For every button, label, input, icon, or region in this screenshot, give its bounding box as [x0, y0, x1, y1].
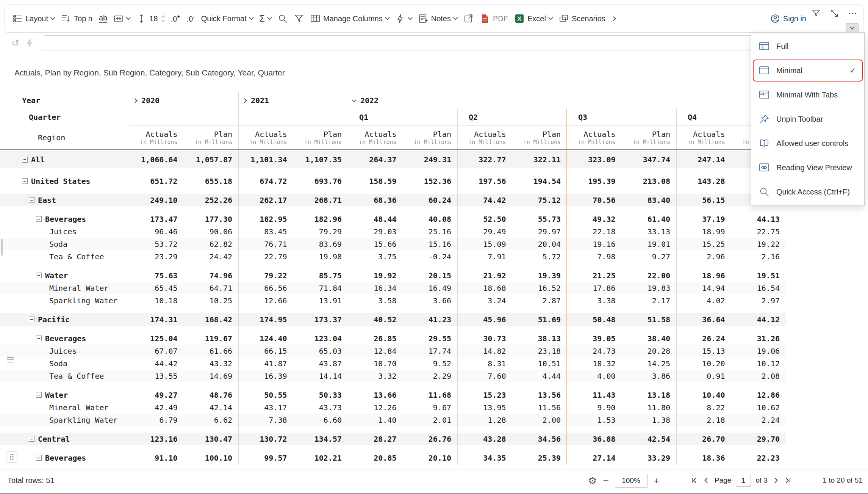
undo-icon[interactable]: ↺	[11, 38, 19, 48]
cell[interactable]: 268.71	[293, 196, 348, 205]
layout-button[interactable]: Layout	[13, 14, 55, 24]
column-width-button[interactable]	[114, 14, 130, 24]
cell[interactable]: 43.17	[238, 403, 293, 412]
cell[interactable]: 9.67	[403, 403, 458, 412]
table-row[interactable]: Soda44.4243.3241.8743.8710.709.528.3110.…	[0, 357, 786, 370]
column-header-2022-q1-plan[interactable]: Planin Millions	[403, 125, 458, 150]
table-row[interactable]: East249.10252.26262.17268.7168.3660.2474…	[0, 194, 786, 206]
cell[interactable]: 12.26	[348, 403, 403, 412]
first-page-button[interactable]	[690, 477, 698, 484]
cell[interactable]: 13.18	[622, 390, 677, 400]
cell[interactable]: 3.24	[457, 296, 512, 305]
cell[interactable]: 48.76	[184, 390, 239, 400]
cell[interactable]: 41.87	[238, 359, 293, 368]
cell[interactable]: 38.40	[622, 334, 677, 343]
cell[interactable]: 195.39	[567, 177, 622, 186]
cell[interactable]: 14.14	[293, 372, 348, 381]
cell[interactable]: 6.60	[293, 416, 348, 425]
cell[interactable]: 20.10	[403, 453, 458, 463]
cell[interactable]: 29.03	[348, 227, 403, 236]
cell[interactable]: 51.58	[622, 315, 677, 324]
cell[interactable]: 66.56	[238, 284, 293, 293]
cell[interactable]: 29.70	[731, 434, 786, 444]
table-row[interactable]: Pacific174.31168.42174.95173.3740.5241.2…	[0, 313, 786, 326]
cell[interactable]: 1,101.34	[238, 155, 293, 164]
cell[interactable]: 70.56	[567, 196, 622, 205]
cell[interactable]: 125.04	[129, 334, 184, 343]
cell[interactable]: 10.62	[731, 403, 786, 412]
cell[interactable]: 322.77	[457, 155, 512, 164]
cell[interactable]: 123.16	[129, 434, 184, 444]
scenarios-button[interactable]: Scenarios	[559, 14, 605, 24]
cell[interactable]: 100.10	[184, 453, 239, 463]
collapse-row-icon[interactable]	[22, 157, 28, 163]
cell[interactable]: 22.00	[622, 271, 677, 280]
cell[interactable]: 21.92	[457, 271, 512, 280]
cell[interactable]: 143.28	[676, 177, 731, 186]
cell[interactable]: 65.45	[129, 284, 184, 293]
cell[interactable]: 29.55	[403, 334, 458, 343]
cell[interactable]: 7.98	[567, 252, 622, 261]
cell[interactable]: 76.71	[238, 240, 293, 249]
actions-button[interactable]	[396, 14, 412, 24]
cell[interactable]: 10.20	[676, 359, 731, 368]
sign-in-button[interactable]: Sign in	[767, 13, 806, 25]
drag-grip-icon[interactable]	[7, 357, 14, 362]
cell[interactable]: 74.96	[184, 271, 239, 280]
cell[interactable]: 71.84	[293, 284, 348, 293]
stepper-arrows-icon[interactable]	[162, 16, 164, 21]
table-row[interactable]: Water49.2748.7650.5550.3313.6611.6815.23…	[0, 389, 786, 401]
table-row[interactable]: Juices67.0761.6666.1565.0312.8417.7414.8…	[0, 345, 786, 357]
cell[interactable]: 264.37	[348, 155, 403, 164]
cell[interactable]: 124.40	[238, 334, 293, 343]
cell[interactable]: 19.92	[348, 271, 403, 280]
cell[interactable]: 22.23	[731, 453, 786, 463]
cell[interactable]: 10.40	[676, 390, 731, 400]
formula-input[interactable]	[43, 35, 863, 50]
cell[interactable]: 21.25	[567, 271, 622, 280]
pdf-export-button[interactable]: PDF	[480, 14, 508, 24]
zoom-level[interactable]: 100%	[615, 474, 647, 488]
cell[interactable]: 249.10	[129, 196, 184, 205]
cell[interactable]: 15.09	[457, 240, 512, 249]
cell[interactable]: 6.79	[129, 416, 184, 425]
cell[interactable]: 16.39	[238, 372, 293, 381]
cell[interactable]: 2.17	[622, 296, 677, 305]
cell[interactable]: 44.12	[731, 315, 786, 324]
cell[interactable]: 249.31	[403, 155, 458, 164]
cell[interactable]: 16.34	[348, 284, 403, 293]
cell[interactable]: 20.04	[512, 240, 567, 249]
menu-item-full[interactable]: Full	[751, 34, 864, 58]
cell[interactable]: 0.91	[676, 372, 731, 381]
cell[interactable]: 19.01	[622, 240, 677, 249]
cell[interactable]: 247.14	[676, 155, 731, 164]
cell[interactable]: 11.56	[512, 403, 567, 412]
cell[interactable]: 30.73	[457, 334, 512, 343]
cell[interactable]: 15.16	[403, 240, 458, 249]
cell[interactable]: 173.47	[129, 215, 184, 224]
cell[interactable]: 44.42	[129, 359, 184, 368]
column-header-2022-q3-actuals[interactable]: Actualsin Millions	[567, 125, 622, 150]
cell[interactable]: 33.13	[622, 227, 677, 236]
cell[interactable]: 3.58	[348, 296, 403, 305]
cell[interactable]: 1,057.87	[184, 155, 239, 164]
cell[interactable]: 1.28	[457, 416, 512, 425]
cell[interactable]: 322.11	[512, 155, 567, 164]
table-row[interactable]: Central123.16130.47130.72134.5728.2726.7…	[0, 433, 786, 445]
table-row[interactable]: Beverages91.10100.1099.57102.2120.8520.1…	[0, 452, 786, 464]
cell[interactable]: 174.31	[129, 315, 184, 324]
cell[interactable]: 9.27	[622, 252, 677, 261]
column-header-2021-plan[interactable]: Planin Millions	[293, 125, 348, 150]
cell[interactable]: 1.40	[348, 416, 403, 425]
cell[interactable]: 16.52	[512, 284, 567, 293]
cell[interactable]: 15.66	[348, 240, 403, 249]
cell[interactable]: 79.22	[238, 271, 293, 280]
cell[interactable]: 19.83	[622, 284, 677, 293]
cell[interactable]: 19.22	[731, 240, 786, 249]
expand-icon[interactable]	[830, 9, 839, 18]
column-header-2022-q1-actuals[interactable]: Actualsin Millions	[348, 125, 403, 150]
cell[interactable]: 26.76	[403, 434, 458, 444]
lightning-icon[interactable]	[25, 38, 34, 47]
cell[interactable]: 13.91	[293, 296, 348, 305]
cell[interactable]: 36.88	[567, 434, 622, 444]
